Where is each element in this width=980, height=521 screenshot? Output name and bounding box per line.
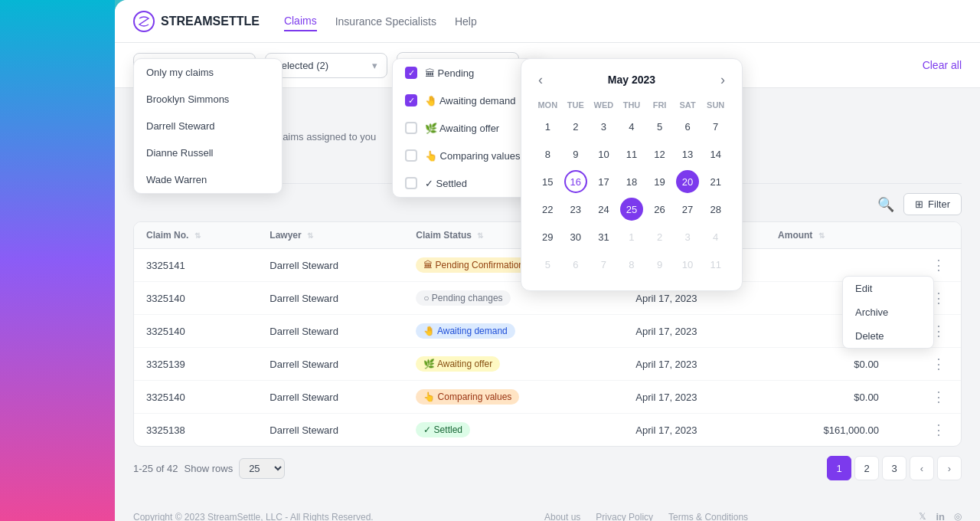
calendar-day[interactable]: 5	[536, 253, 559, 276]
calendar-day[interactable]: 9	[564, 143, 587, 165]
context-delete[interactable]: Delete	[843, 324, 933, 348]
calendar-day[interactable]: 4	[704, 225, 727, 248]
calendar-day[interactable]: 26	[648, 198, 671, 221]
calendar-day[interactable]: 11	[620, 143, 643, 165]
context-menu: Edit Archive Delete	[842, 276, 934, 349]
page-next-button[interactable]: ›	[937, 456, 962, 480]
calendar-day[interactable]: 7	[704, 115, 727, 138]
calendar-day[interactable]: 8	[536, 143, 559, 165]
row-menu-button[interactable]: ⋮	[929, 356, 949, 372]
footer-terms[interactable]: Terms & Conditions	[668, 512, 748, 522]
calendar-day[interactable]: 12	[648, 143, 671, 165]
calendar-day-cell: 7	[590, 251, 618, 278]
calendar-day[interactable]: 7	[592, 253, 615, 276]
calendar-day[interactable]: 14	[704, 143, 727, 165]
page-3-button[interactable]: 3	[882, 456, 906, 480]
calendar-day-cell: 12	[645, 140, 674, 168]
cell-claim-no: 3325141	[134, 249, 257, 282]
col-claim-no: Claim No. ⇅	[134, 222, 257, 249]
cell-status: 🌿 Awaiting offer	[403, 348, 623, 381]
row-menu-button[interactable]: ⋮	[929, 257, 949, 274]
cell-status: 👆 Comparing values	[403, 381, 623, 414]
linkedin-icon[interactable]: in	[936, 511, 945, 521]
calendar-day[interactable]: 6	[676, 115, 699, 138]
calendar-day[interactable]: 3	[676, 225, 699, 248]
calendar-day-cell: 29	[534, 223, 562, 251]
cell-lawyer: Darrell Steward	[257, 414, 403, 446]
status-dropdown-trigger[interactable]: Selected (2) ▾	[265, 53, 387, 78]
nav-help[interactable]: Help	[455, 12, 477, 31]
context-archive[interactable]: Archive	[843, 300, 933, 324]
page-prev-button[interactable]: ‹	[910, 456, 934, 480]
calendar-day[interactable]: 18	[620, 170, 643, 193]
nav-claims[interactable]: Claims	[284, 11, 317, 31]
calendar-day[interactable]: 13	[676, 143, 699, 165]
calendar-day[interactable]: 15	[536, 170, 559, 193]
calendar-day[interactable]: 9	[648, 253, 671, 276]
calendar-day[interactable]: 17	[592, 170, 615, 193]
calendar-day[interactable]: 31	[592, 225, 615, 248]
rows-per-page-select[interactable]: 25 50 100	[239, 458, 285, 479]
calendar-day[interactable]: 1	[620, 225, 643, 248]
calendar-day[interactable]: 28	[704, 198, 727, 221]
calendar-day-cell: 10	[674, 251, 702, 278]
footer-privacy[interactable]: Privacy Policy	[596, 512, 653, 522]
calendar-day[interactable]: 2	[564, 115, 587, 138]
status-comparing-checkbox	[405, 149, 417, 162]
calendar-day[interactable]: 25	[620, 198, 643, 221]
filter-button[interactable]: ⊞ Filter	[903, 193, 962, 215]
calendar-prev-button[interactable]: ‹	[534, 71, 547, 88]
calendar-day[interactable]: 19	[648, 170, 671, 193]
row-menu-button[interactable]: ⋮	[929, 388, 949, 405]
calendar-day[interactable]: 10	[676, 253, 699, 276]
calendar-day[interactable]: 16	[564, 170, 587, 193]
calendar-day[interactable]: 2	[648, 225, 671, 248]
calendar-day[interactable]: 22	[536, 198, 559, 221]
calendar-day[interactable]: 20	[676, 170, 699, 193]
specialist-brooklyn[interactable]: Brooklyn Simmons	[134, 86, 282, 113]
calendar-header: ‹ May 2023 ›	[534, 71, 730, 88]
cal-header-sat: SAT	[674, 97, 702, 113]
instagram-icon[interactable]: ◎	[954, 511, 962, 521]
row-menu-button[interactable]: ⋮	[929, 421, 949, 438]
cell-claim-no: 3325140	[134, 282, 257, 315]
search-button[interactable]: 🔍	[877, 196, 894, 213]
calendar-day[interactable]: 10	[592, 143, 615, 165]
cell-lawyer: Darrell Steward	[257, 315, 403, 348]
specialist-only-my-claims[interactable]: Only my claims	[134, 59, 282, 86]
page-1-button[interactable]: 1	[827, 456, 851, 480]
calendar-day[interactable]: 5	[648, 115, 671, 138]
twitter-icon[interactable]: 𝕏	[919, 511, 926, 521]
table-row: 3325140 Darrell Steward 🤚 Awaiting deman…	[134, 315, 961, 348]
specialist-dianne[interactable]: Dianne Russell	[134, 139, 282, 166]
nav-insurance-specialists[interactable]: Insurance Specialists	[335, 12, 436, 31]
page-2-button[interactable]: 2	[854, 456, 879, 480]
calendar-day[interactable]: 1	[536, 115, 559, 138]
clear-all-button[interactable]: Clear all	[923, 59, 962, 71]
cell-amount: $0.00	[766, 381, 891, 414]
calendar-day[interactable]: 24	[592, 198, 615, 221]
status-chevron-icon: ▾	[372, 60, 377, 71]
calendar-next-button[interactable]: ›	[716, 71, 730, 88]
calendar-day[interactable]: 4	[620, 115, 643, 138]
logo: STREAMSETTLE	[133, 11, 260, 32]
footer-about[interactable]: About us	[544, 512, 580, 522]
calendar-day-cell: 9	[645, 251, 674, 278]
calendar-day[interactable]: 21	[704, 170, 727, 193]
specialist-darrell[interactable]: Darrell Steward	[134, 113, 282, 139]
cell-lawyer: Darrell Steward	[257, 282, 403, 315]
calendar-day[interactable]: 8	[620, 253, 643, 276]
calendar-day[interactable]: 23	[564, 198, 587, 221]
logo-icon	[133, 11, 155, 32]
calendar-day[interactable]: 11	[704, 253, 727, 276]
calendar-day[interactable]: 6	[564, 253, 587, 276]
calendar-day-cell: 26	[645, 195, 674, 223]
specialist-wade[interactable]: Wade Warren	[134, 166, 282, 193]
context-edit[interactable]: Edit	[843, 277, 933, 300]
cell-status: 🤚 Awaiting demand	[403, 315, 623, 348]
calendar-day[interactable]: 29	[536, 225, 559, 248]
calendar-day[interactable]: 3	[592, 115, 615, 138]
calendar-day[interactable]: 27	[676, 198, 699, 221]
calendar-day[interactable]: 30	[564, 225, 587, 248]
calendar-day-cell: 15	[534, 168, 562, 195]
